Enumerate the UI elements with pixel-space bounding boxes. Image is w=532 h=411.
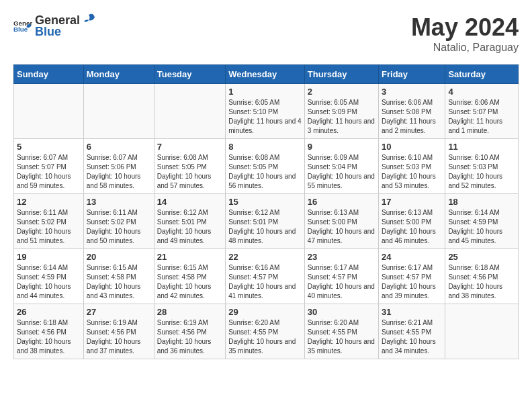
day-number: 15 xyxy=(228,197,302,207)
calendar-cell: 28Sunrise: 6:19 AM Sunset: 4:56 PM Dayli… xyxy=(154,304,225,359)
day-number: 1 xyxy=(228,87,302,97)
day-number: 12 xyxy=(17,197,81,207)
day-info: Sunrise: 6:15 AM Sunset: 4:58 PM Dayligh… xyxy=(87,263,151,301)
day-header-friday: Friday xyxy=(379,65,445,84)
week-row-3: 12Sunrise: 6:11 AM Sunset: 5:02 PM Dayli… xyxy=(14,194,519,249)
day-header-monday: Monday xyxy=(83,65,154,84)
day-info: Sunrise: 6:17 AM Sunset: 4:57 PM Dayligh… xyxy=(382,263,442,301)
title-area: May 2024 Natalio, Paraguay xyxy=(411,13,519,54)
day-info: Sunrise: 6:20 AM Sunset: 4:55 PM Dayligh… xyxy=(308,318,375,356)
day-number: 4 xyxy=(448,87,515,97)
day-number: 19 xyxy=(17,252,81,262)
day-number: 5 xyxy=(17,142,81,152)
day-info: Sunrise: 6:12 AM Sunset: 5:01 PM Dayligh… xyxy=(157,208,222,246)
header: General Blue General Blue May 2024 Natal… xyxy=(13,13,519,54)
day-info: Sunrise: 6:10 AM Sunset: 5:03 PM Dayligh… xyxy=(448,153,515,191)
calendar-cell: 8Sunrise: 6:08 AM Sunset: 5:05 PM Daylig… xyxy=(226,139,305,194)
day-number: 24 xyxy=(382,252,442,262)
calendar-cell: 15Sunrise: 6:12 AM Sunset: 5:01 PM Dayli… xyxy=(226,194,305,249)
day-number: 17 xyxy=(382,197,442,207)
day-info: Sunrise: 6:15 AM Sunset: 4:58 PM Dayligh… xyxy=(157,263,222,301)
logo-icon: General Blue xyxy=(13,17,32,36)
day-number: 3 xyxy=(382,87,442,97)
day-info: Sunrise: 6:13 AM Sunset: 5:00 PM Dayligh… xyxy=(308,208,375,246)
calendar-cell: 22Sunrise: 6:16 AM Sunset: 4:57 PM Dayli… xyxy=(226,249,305,304)
calendar-cell: 12Sunrise: 6:11 AM Sunset: 5:02 PM Dayli… xyxy=(14,194,84,249)
day-number: 28 xyxy=(157,307,222,317)
day-header-sunday: Sunday xyxy=(14,65,84,84)
day-number: 10 xyxy=(382,142,442,152)
calendar-cell: 31Sunrise: 6:21 AM Sunset: 4:55 PM Dayli… xyxy=(379,304,445,359)
day-info: Sunrise: 6:13 AM Sunset: 5:00 PM Dayligh… xyxy=(382,208,442,246)
day-info: Sunrise: 6:19 AM Sunset: 4:56 PM Dayligh… xyxy=(157,318,222,356)
day-number: 7 xyxy=(157,142,222,152)
calendar-cell xyxy=(154,84,225,139)
calendar-cell: 29Sunrise: 6:20 AM Sunset: 4:55 PM Dayli… xyxy=(226,304,305,359)
calendar-cell: 4Sunrise: 6:06 AM Sunset: 5:07 PM Daylig… xyxy=(445,84,519,139)
day-info: Sunrise: 6:06 AM Sunset: 5:07 PM Dayligh… xyxy=(448,98,515,136)
header-row: SundayMondayTuesdayWednesdayThursdayFrid… xyxy=(14,65,519,84)
calendar-cell: 11Sunrise: 6:10 AM Sunset: 5:03 PM Dayli… xyxy=(445,139,519,194)
day-info: Sunrise: 6:19 AM Sunset: 4:56 PM Dayligh… xyxy=(87,318,151,356)
week-row-4: 19Sunrise: 6:14 AM Sunset: 4:59 PM Dayli… xyxy=(14,249,519,304)
calendar-cell: 16Sunrise: 6:13 AM Sunset: 5:00 PM Dayli… xyxy=(304,194,378,249)
day-number: 8 xyxy=(228,142,302,152)
calendar-cell: 23Sunrise: 6:17 AM Sunset: 4:57 PM Dayli… xyxy=(304,249,378,304)
calendar-table: SundayMondayTuesdayWednesdayThursdayFrid… xyxy=(13,64,519,359)
calendar-cell: 9Sunrise: 6:09 AM Sunset: 5:04 PM Daylig… xyxy=(304,139,378,194)
day-info: Sunrise: 6:08 AM Sunset: 5:05 PM Dayligh… xyxy=(228,153,302,191)
calendar-cell xyxy=(445,304,519,359)
calendar-cell: 26Sunrise: 6:18 AM Sunset: 4:56 PM Dayli… xyxy=(14,304,84,359)
calendar-cell: 20Sunrise: 6:15 AM Sunset: 4:58 PM Dayli… xyxy=(83,249,154,304)
day-number: 13 xyxy=(87,197,151,207)
day-number: 9 xyxy=(308,142,375,152)
day-info: Sunrise: 6:09 AM Sunset: 5:04 PM Dayligh… xyxy=(308,153,375,191)
day-info: Sunrise: 6:11 AM Sunset: 5:02 PM Dayligh… xyxy=(87,208,151,246)
svg-text:Blue: Blue xyxy=(13,26,28,33)
day-number: 18 xyxy=(448,197,515,207)
main-title: May 2024 xyxy=(411,13,519,42)
day-info: Sunrise: 6:18 AM Sunset: 4:56 PM Dayligh… xyxy=(448,263,515,301)
logo-bird-icon xyxy=(81,12,96,27)
day-info: Sunrise: 6:07 AM Sunset: 5:07 PM Dayligh… xyxy=(17,153,81,191)
calendar-cell: 10Sunrise: 6:10 AM Sunset: 5:03 PM Dayli… xyxy=(379,139,445,194)
calendar-cell: 2Sunrise: 6:05 AM Sunset: 5:09 PM Daylig… xyxy=(304,84,378,139)
calendar-cell: 7Sunrise: 6:08 AM Sunset: 5:05 PM Daylig… xyxy=(154,139,225,194)
day-info: Sunrise: 6:17 AM Sunset: 4:57 PM Dayligh… xyxy=(308,263,375,301)
day-number: 21 xyxy=(157,252,222,262)
day-info: Sunrise: 6:20 AM Sunset: 4:55 PM Dayligh… xyxy=(228,318,302,356)
day-number: 30 xyxy=(308,307,375,317)
day-header-tuesday: Tuesday xyxy=(154,65,225,84)
calendar-cell: 1Sunrise: 6:05 AM Sunset: 5:10 PM Daylig… xyxy=(226,84,305,139)
day-header-saturday: Saturday xyxy=(445,65,519,84)
day-number: 29 xyxy=(228,307,302,317)
day-info: Sunrise: 6:10 AM Sunset: 5:03 PM Dayligh… xyxy=(382,153,442,191)
day-number: 6 xyxy=(87,142,151,152)
calendar-cell: 21Sunrise: 6:15 AM Sunset: 4:58 PM Dayli… xyxy=(154,249,225,304)
calendar-cell: 6Sunrise: 6:07 AM Sunset: 5:06 PM Daylig… xyxy=(83,139,154,194)
calendar-cell: 17Sunrise: 6:13 AM Sunset: 5:00 PM Dayli… xyxy=(379,194,445,249)
week-row-1: 1Sunrise: 6:05 AM Sunset: 5:10 PM Daylig… xyxy=(14,84,519,139)
day-info: Sunrise: 6:12 AM Sunset: 5:01 PM Dayligh… xyxy=(228,208,302,246)
calendar-cell: 27Sunrise: 6:19 AM Sunset: 4:56 PM Dayli… xyxy=(83,304,154,359)
calendar-cell: 25Sunrise: 6:18 AM Sunset: 4:56 PM Dayli… xyxy=(445,249,519,304)
logo: General Blue General Blue xyxy=(13,13,96,39)
day-number: 25 xyxy=(448,252,515,262)
day-info: Sunrise: 6:07 AM Sunset: 5:06 PM Dayligh… xyxy=(87,153,151,191)
day-number: 16 xyxy=(308,197,375,207)
calendar-cell: 30Sunrise: 6:20 AM Sunset: 4:55 PM Dayli… xyxy=(304,304,378,359)
week-row-2: 5Sunrise: 6:07 AM Sunset: 5:07 PM Daylig… xyxy=(14,139,519,194)
day-header-wednesday: Wednesday xyxy=(226,65,305,84)
day-number: 27 xyxy=(87,307,151,317)
day-info: Sunrise: 6:18 AM Sunset: 4:56 PM Dayligh… xyxy=(17,318,81,356)
calendar-cell xyxy=(83,84,154,139)
day-info: Sunrise: 6:11 AM Sunset: 5:02 PM Dayligh… xyxy=(17,208,81,246)
day-number: 26 xyxy=(17,307,81,317)
calendar-cell: 13Sunrise: 6:11 AM Sunset: 5:02 PM Dayli… xyxy=(83,194,154,249)
calendar-cell: 5Sunrise: 6:07 AM Sunset: 5:07 PM Daylig… xyxy=(14,139,84,194)
calendar-cell xyxy=(14,84,84,139)
subtitle: Natalio, Paraguay xyxy=(411,42,519,54)
day-number: 23 xyxy=(308,252,375,262)
day-info: Sunrise: 6:05 AM Sunset: 5:09 PM Dayligh… xyxy=(308,98,375,136)
calendar-cell: 24Sunrise: 6:17 AM Sunset: 4:57 PM Dayli… xyxy=(379,249,445,304)
